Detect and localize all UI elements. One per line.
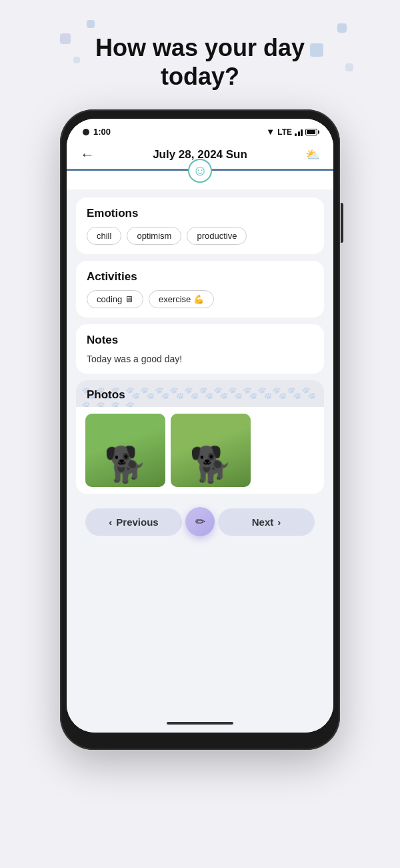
page-wrapper: How was your day today? 1:00 ▼ LTE [0,13,400,868]
photos-title: Photos [87,388,313,402]
notes-text: Today was a good day! [87,354,313,364]
content-area: Emotions chill optimism productive Activ… [67,189,333,717]
dog-silhouette-1: 🐕 [104,447,147,482]
chevron-right-icon: › [277,516,281,528]
photos-card: 🐾🐾🐾🐾🐾🐾🐾🐾🐾🐾🐾🐾🐾🐾🐾🐾🐾🐾🐾🐾 Photos 🐕 [76,380,324,494]
edit-icon: ✏ [195,514,205,529]
home-indicator [167,722,233,725]
tag-optimism[interactable]: optimism [127,227,181,245]
dog-silhouette-2: 🐕 [189,447,233,482]
tag-coding[interactable]: coding 🖥 [87,290,143,308]
activities-card: Activities coding 🖥 exercise 💪 [76,261,324,318]
status-left: 1:00 [83,127,111,137]
photo-1[interactable]: 🐕 [85,414,165,487]
emotions-card: Emotions chill optimism productive [76,197,324,254]
mood-icon-wrapper: ☺ [67,159,333,183]
mood-emoji: ☺ [193,162,207,179]
status-right: ▼ LTE [266,127,317,137]
tag-productive[interactable]: productive [187,227,247,245]
notes-title: Notes [87,334,313,347]
page-title: How was your day today? [75,33,325,91]
wifi-icon: ▼ [266,127,275,137]
notes-card: Notes Today was a good day! [76,324,324,374]
lte-label: LTE [277,127,292,137]
signal-icon [295,128,303,136]
next-button[interactable]: Next › [218,508,315,536]
camera-dot [83,129,89,135]
home-indicator-area [67,717,333,733]
deco-square-4 [60,33,71,44]
activities-title: Activities [87,270,313,284]
activities-tags: coding 🖥 exercise 💪 [87,290,313,308]
mood-circle[interactable]: ☺ [188,159,212,183]
battery-icon [305,129,317,135]
photos-header: 🐾🐾🐾🐾🐾🐾🐾🐾🐾🐾🐾🐾🐾🐾🐾🐾🐾🐾🐾🐾 Photos [76,380,324,407]
previous-label: Previous [116,516,158,528]
deco-square-3 [345,63,353,71]
tag-chill[interactable]: chill [87,227,121,245]
next-label: Next [252,516,274,528]
photos-row: 🐕 🐕 [76,407,324,494]
deco-square-2 [337,23,347,33]
chevron-left-icon: ‹ [109,516,112,528]
photo-2[interactable]: 🐕 [171,414,251,487]
phone-screen: 1:00 ▼ LTE [67,119,333,733]
emotions-title: Emotions [87,207,313,220]
bottom-nav-area: ‹ Previous ✏ Next › [76,500,324,547]
edit-fab-button[interactable]: ✏ [185,507,215,536]
phone-frame: 1:00 ▼ LTE [60,109,340,750]
tag-exercise[interactable]: exercise 💪 [149,290,214,308]
mood-section: ☺ [67,169,333,189]
previous-button[interactable]: ‹ Previous [85,508,182,536]
status-bar: 1:00 ▼ LTE [67,119,333,141]
status-time: 1:00 [93,127,111,137]
emotions-tags: chill optimism productive [87,227,313,245]
deco-square-6 [87,20,95,28]
